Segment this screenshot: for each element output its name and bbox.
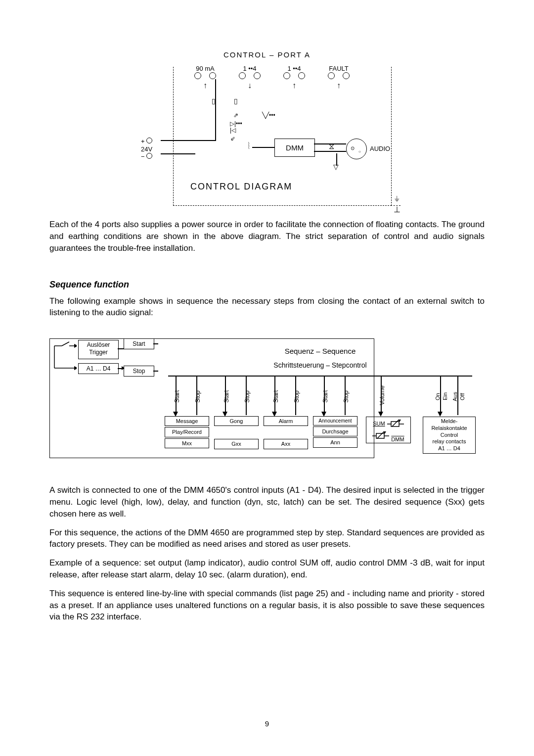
start-box: Start (124, 338, 154, 349)
relay-contacts-box: Melde- Relaiskontakte Control relay cont… (423, 417, 476, 454)
ground-symbol: ⏚⊥ (394, 193, 400, 215)
svg-line-11 (392, 420, 399, 426)
audio-label: AUDIO (370, 144, 390, 153)
col-message: Message Play/Record Mxx (165, 415, 209, 449)
stop-box: Stop (124, 366, 154, 377)
control-diagram-label: CONTROL DIAGRAM (190, 181, 292, 193)
svg-line-16 (377, 431, 384, 438)
page-number: 9 (0, 718, 534, 729)
switch-symbol (52, 341, 77, 371)
paragraph-2: The following example shows in sequence … (49, 295, 485, 319)
trigger-de: Auslöser (87, 341, 110, 348)
trigger-en: Trigger (89, 349, 108, 356)
a1-d4-box: A1 … D4 (78, 363, 119, 374)
control-diagram-container: CONTROL – PORT A 90 mA ↑ 1 ••4 ↓ 1 ••4 ↑… (49, 49, 485, 213)
vert-stop: Stop (194, 383, 202, 410)
svg-marker-5 (74, 366, 77, 370)
stepcontrol-title: Schrittsteuerung – Stepcontrol (158, 361, 482, 371)
vert-stop: Stop (342, 383, 351, 410)
sequence-diagram: Auslöser Trigger A1 … D4 Start Stop Sequ… (49, 338, 485, 462)
vert-start: Start (173, 383, 181, 410)
paragraph-1: Each of the 4 ports also supplies a powe… (49, 219, 485, 254)
svg-marker-6 (74, 344, 77, 348)
diagram-title: CONTROL – PORT A (134, 49, 400, 60)
col-gong: Gong Gxx (214, 415, 259, 450)
vert-start: Start (321, 383, 330, 410)
vert-aus-off: Aus Off (451, 385, 467, 408)
paragraph-4: For this sequence, the actions of the DM… (49, 527, 485, 551)
audio-jack: ⊙ ○ (346, 139, 367, 159)
svg-line-1 (62, 342, 69, 346)
vert-start: Start (272, 383, 280, 410)
paragraph-3: A switch is connected to one of the DMM … (49, 484, 485, 520)
sum-dmm-box: SUM DMM (366, 417, 411, 443)
vert-start: Start (222, 383, 231, 410)
dmm-block: DMM (274, 139, 315, 157)
vert-stop: Stop (293, 383, 301, 410)
paragraph-6: This sequence is entered line-by-line wi… (49, 588, 485, 623)
paragraph-5: Example of a sequence: set output (lamp … (49, 557, 485, 581)
section-heading-sequence-function: Sequence function (49, 279, 485, 291)
vert-volume: Volume (378, 380, 387, 410)
svg-marker-7 (122, 366, 125, 370)
col-announcement: Announcement Durchsage Ann (313, 415, 357, 449)
trigger-box: Auslöser Trigger (78, 340, 119, 359)
control-port-a-diagram: CONTROL – PORT A 90 mA ↑ 1 ••4 ↓ 1 ••4 ↑… (134, 49, 400, 213)
vert-on-ein: On Ein (434, 385, 449, 408)
sequence-title: Sequenz – Sequence (158, 346, 482, 356)
col-alarm: Alarm Axx (264, 415, 308, 450)
24v-supply: + 24V − (141, 138, 152, 161)
vert-stop: Stop (243, 383, 252, 410)
